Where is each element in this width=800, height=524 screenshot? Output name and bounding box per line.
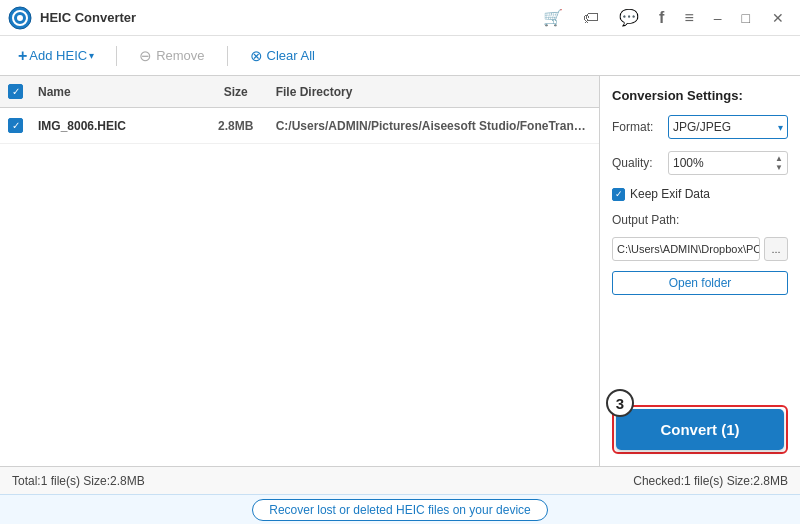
recovery-bar: Recover lost or deleted HEIC files on yo… [0,494,800,524]
quality-input[interactable]: 100% ▲ ▼ [668,151,788,175]
remove-icon: ⊖ [139,47,152,65]
keep-exif-checkbox[interactable]: ✓ [612,188,625,201]
header-size: Size [196,85,276,99]
row-check-col: ✓ [8,118,38,133]
table-row[interactable]: ✓ IMG_8006.HEIC 2.8MB C:/Users/ADMIN/Pic… [0,108,599,144]
file-size: 2.8MB [196,119,276,133]
keep-exif-label: Keep Exif Data [630,187,710,201]
file-list-spacer [0,144,599,466]
output-path-value: C:\Users\ADMIN\Dropbox\PC\ [617,243,760,255]
header-check-col: ✓ [8,84,38,99]
svg-point-2 [17,15,23,21]
maximize-button[interactable]: □ [736,8,756,28]
remove-button[interactable]: ⊖ Remove [133,43,210,69]
chat-icon[interactable]: 💬 [613,6,645,29]
minimize-button[interactable]: – [708,8,728,28]
recovery-link[interactable]: Recover lost or deleted HEIC files on yo… [252,499,547,521]
clear-all-label: Clear All [267,48,315,63]
clear-all-button[interactable]: ⊗ Clear All [244,43,321,69]
remove-label: Remove [156,48,204,63]
status-bar: Total:1 file(s) Size:2.8MB Checked:1 fil… [0,466,800,494]
format-value: JPG/JPEG [673,120,731,134]
app-logo [8,6,32,30]
tag-icon[interactable]: 🏷 [577,7,605,29]
quality-row: Quality: 100% ▲ ▼ [612,151,788,175]
menu-icon[interactable]: ≡ [678,7,699,29]
clear-icon: ⊗ [250,47,263,65]
quality-down-icon[interactable]: ▼ [775,163,783,172]
output-path-row: C:\Users\ADMIN\Dropbox\PC\ ... [612,237,788,261]
row-checkbox[interactable]: ✓ [8,118,23,133]
format-dropdown-icon: ▾ [778,122,783,133]
main-content: ✓ Name Size File Directory ✓ IMG_8006.HE… [0,76,800,466]
select-all-checkbox[interactable]: ✓ [8,84,23,99]
app-title: HEIC Converter [40,10,537,25]
add-icon: + [18,47,27,65]
facebook-icon[interactable]: f [653,7,670,29]
format-row: Format: JPG/JPEG ▾ [612,115,788,139]
file-name: IMG_8006.HEIC [38,119,196,133]
quality-stepper[interactable]: ▲ ▼ [775,154,783,172]
add-heic-button[interactable]: + Add HEIC ▾ [12,43,100,69]
file-list-area: ✓ Name Size File Directory ✓ IMG_8006.HE… [0,76,600,466]
window-controls: 🛒 🏷 💬 f ≡ – □ ✕ [537,6,792,29]
table-header: ✓ Name Size File Directory [0,76,599,108]
convert-button-wrapper: 3 Convert (1) [612,405,788,454]
header-directory: File Directory [276,85,591,99]
header-name: Name [38,85,196,99]
panel-title: Conversion Settings: [612,88,788,103]
toolbar-divider-1 [116,46,117,66]
close-button[interactable]: ✕ [764,8,792,28]
add-heic-label: Add HEIC [29,48,87,63]
status-right: Checked:1 file(s) Size:2.8MB [404,474,788,488]
keep-exif-row: ✓ Keep Exif Data [612,187,788,201]
quality-value: 100% [673,156,704,170]
toolbar: + Add HEIC ▾ ⊖ Remove ⊗ Clear All [0,36,800,76]
cart-icon[interactable]: 🛒 [537,6,569,29]
quality-label: Quality: [612,156,662,170]
title-bar: HEIC Converter 🛒 🏷 💬 f ≡ – □ ✕ [0,0,800,36]
status-left: Total:1 file(s) Size:2.8MB [12,474,396,488]
dropdown-arrow-icon: ▾ [89,50,94,61]
output-path-box: C:\Users\ADMIN\Dropbox\PC\ [612,237,760,261]
output-path-label: Output Path: [612,213,788,227]
quality-up-icon[interactable]: ▲ [775,154,783,163]
file-directory: C:/Users/ADMIN/Pictures/Aiseesoft Studio… [276,119,591,133]
open-folder-button[interactable]: Open folder [612,271,788,295]
convert-button[interactable]: Convert (1) [616,409,784,450]
step-badge: 3 [606,389,634,417]
convert-area: 3 Convert (1) [612,405,788,454]
right-panel: Conversion Settings: Format: JPG/JPEG ▾ … [600,76,800,466]
format-select[interactable]: JPG/JPEG ▾ [668,115,788,139]
toolbar-divider-2 [227,46,228,66]
format-label: Format: [612,120,662,134]
browse-button[interactable]: ... [764,237,788,261]
